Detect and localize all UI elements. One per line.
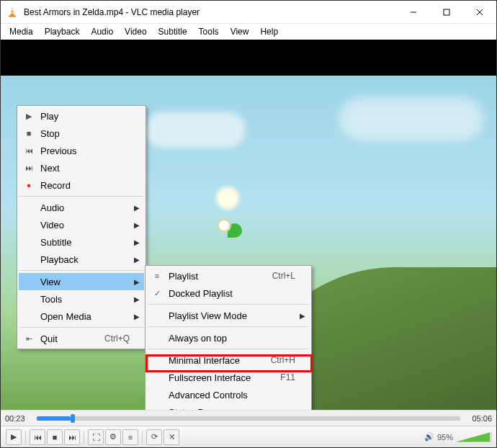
- menu-view[interactable]: View: [225, 25, 255, 38]
- random-button[interactable]: ⤨: [164, 429, 179, 445]
- menu-separator: [19, 196, 143, 197]
- extended-settings-button[interactable]: ⚙: [105, 429, 121, 445]
- time-total: 05:06: [466, 414, 492, 423]
- menu-separator: [148, 304, 309, 305]
- menu-item-shortcut: F11: [280, 372, 295, 382]
- separator: [142, 431, 143, 444]
- menu-item-shortcut: Ctrl+L: [272, 271, 295, 281]
- cloud-decoration: [145, 112, 246, 148]
- context-menu-item[interactable]: ●Record: [19, 176, 144, 194]
- character-decoration: [220, 220, 264, 241]
- maximize-button[interactable]: [430, 1, 463, 23]
- svg-rect-3: [9, 15, 16, 17]
- context-menu-item[interactable]: ⇤QuitCtrl+Q: [19, 330, 144, 347]
- seek-track[interactable]: [37, 416, 460, 421]
- menu-item-label: Audio: [40, 202, 130, 213]
- menu-item-label: Next: [40, 163, 130, 174]
- menu-item-label: Fullscreen Interface: [169, 372, 280, 383]
- menu-item-label: Tools: [40, 294, 130, 305]
- menu-item-label: Play: [40, 111, 130, 122]
- volume-percent: 95%: [437, 433, 453, 442]
- submenu-arrow-icon: ▶: [134, 278, 140, 286]
- playlist-button[interactable]: ≡: [122, 429, 138, 445]
- context-menu-item[interactable]: Playback▶: [19, 251, 144, 268]
- menu-item-shortcut: Ctrl+H: [271, 355, 295, 365]
- view-submenu-item[interactable]: Fullscreen InterfaceF11: [147, 369, 310, 386]
- time-current: 00:23: [5, 414, 31, 423]
- seekbar: 00:23 05:06: [1, 410, 496, 426]
- submenu-arrow-icon: ▶: [134, 221, 140, 229]
- record-icon: ●: [23, 181, 35, 189]
- menu-separator: [19, 327, 143, 328]
- menu-item-label: View: [40, 277, 130, 287]
- menu-media[interactable]: Media: [4, 25, 39, 38]
- view-submenu-item[interactable]: Always on top: [147, 329, 310, 346]
- window-buttons: [397, 1, 496, 23]
- svg-rect-1: [11, 9, 14, 11]
- docked-playlist-icon: ✓: [151, 289, 163, 298]
- menu-item-label: Docked Playlist: [169, 288, 295, 299]
- view-submenu-item[interactable]: ✓Docked Playlist: [147, 285, 310, 302]
- next-button[interactable]: ⏭: [64, 429, 80, 445]
- menu-item-label: Playback: [40, 254, 130, 265]
- context-menu-item[interactable]: Video▶: [19, 216, 144, 233]
- menu-video[interactable]: Video: [119, 25, 152, 38]
- svg-rect-5: [444, 9, 449, 15]
- svg-marker-0: [10, 7, 14, 16]
- volume-control[interactable]: 🔊 95%: [424, 432, 492, 442]
- menu-subtitle[interactable]: Subtitle: [153, 25, 193, 38]
- menu-item-label: Subtitle: [40, 237, 130, 248]
- window-title: Best Armors in Zelda.mp4 - VLC media pla…: [24, 7, 397, 17]
- close-button[interactable]: [463, 1, 496, 23]
- view-submenu-item[interactable]: Minimal InterfaceCtrl+H: [147, 351, 310, 369]
- context-menu-item[interactable]: Tools▶: [19, 290, 144, 308]
- menu-item-label: Quit: [40, 333, 104, 344]
- previous-button[interactable]: ⏮: [30, 429, 45, 445]
- loop-button[interactable]: ⟳: [146, 429, 162, 445]
- context-menu-item[interactable]: ▶Play: [19, 107, 144, 125]
- submenu-arrow-icon: ▶: [134, 256, 140, 264]
- menu-separator: [148, 349, 309, 349]
- context-menu-item[interactable]: View▶: [19, 273, 144, 290]
- submenu-arrow-icon: ▶: [134, 295, 140, 303]
- sun-decoration: [213, 184, 242, 212]
- stop-button[interactable]: ■: [47, 429, 63, 445]
- fullscreen-button[interactable]: ⛶: [88, 429, 104, 445]
- cloud-decoration: [339, 97, 483, 140]
- previous-icon: ⏮: [23, 146, 35, 155]
- view-submenu-item[interactable]: Advanced Controls: [147, 386, 310, 403]
- menu-help[interactable]: Help: [254, 25, 284, 38]
- context-menu-item[interactable]: ■Stop: [19, 125, 144, 142]
- menu-audio[interactable]: Audio: [85, 25, 119, 38]
- context-menu-item[interactable]: Subtitle▶: [19, 233, 144, 251]
- menu-item-label: Playlist: [169, 271, 272, 282]
- menu-item-label: Open Media: [40, 311, 130, 322]
- context-menu-item[interactable]: Audio▶: [19, 199, 144, 216]
- playlist-icon: ≡: [151, 272, 163, 280]
- menu-tools[interactable]: Tools: [193, 25, 225, 38]
- menu-item-label: Minimal Interface: [169, 355, 271, 366]
- context-menu-item[interactable]: ⏮Previous: [19, 142, 144, 159]
- volume-slider[interactable]: [456, 432, 492, 442]
- stop-icon: ■: [23, 129, 35, 138]
- menu-playback[interactable]: Playback: [39, 25, 86, 38]
- menu-item-label: Always on top: [169, 333, 295, 344]
- context-menu-item[interactable]: Open Media▶: [19, 308, 144, 325]
- separator: [25, 431, 26, 444]
- vlc-cone-icon: [6, 6, 18, 18]
- titlebar: Best Armors in Zelda.mp4 - VLC media pla…: [1, 1, 496, 24]
- speaker-icon: 🔊: [424, 432, 434, 442]
- menu-item-label: Previous: [40, 145, 130, 156]
- view-submenu-item[interactable]: ≡PlaylistCtrl+L: [147, 267, 310, 285]
- submenu-arrow-icon: ▶: [134, 313, 140, 321]
- minimize-button[interactable]: [397, 1, 430, 23]
- menu-item-label: Playlist View Mode: [169, 310, 295, 321]
- play-button[interactable]: ▶: [6, 429, 22, 445]
- context-menu-item[interactable]: ⏭Next: [19, 159, 144, 176]
- submenu-arrow-icon: ▶: [134, 204, 140, 212]
- view-submenu-item[interactable]: Playlist View Mode▶: [147, 307, 310, 324]
- quit-icon: ⇤: [23, 334, 35, 344]
- menu-item-label: Stop: [40, 128, 130, 139]
- separator: [84, 431, 84, 444]
- menu-separator: [19, 270, 143, 271]
